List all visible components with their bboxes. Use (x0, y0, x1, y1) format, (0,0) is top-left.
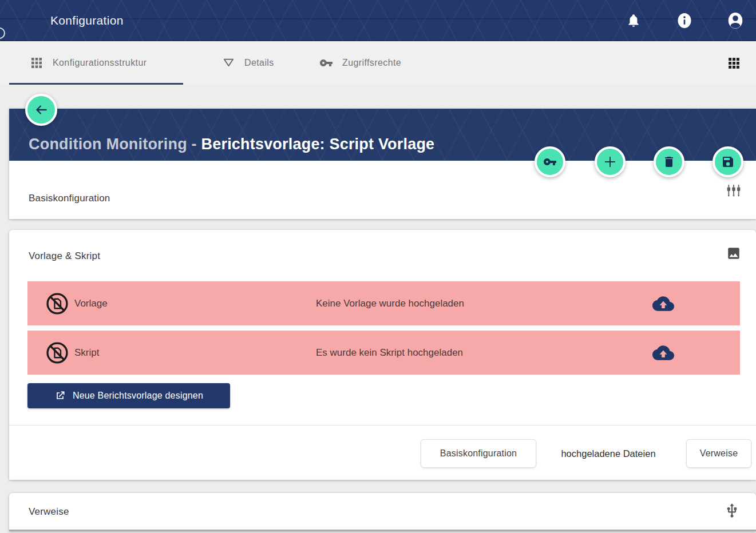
banner-title-prefix: Condition Monitoring - (29, 136, 201, 153)
banner-title: Condition Monitoring - Berichtsvorlage: … (29, 136, 434, 153)
open-in-new-icon (54, 390, 66, 401)
screen: Konfiguration (0, 0, 756, 533)
tab-zugriffsrechte[interactable]: Zugriffsrechte (319, 41, 401, 85)
card-basiskonfiguration: Condition Monitoring - Berichtsvorlage: … (9, 109, 756, 219)
banner: Condition Monitoring - Berichtsvorlage: … (9, 109, 756, 161)
tab-label: Zugriffsrechte (342, 58, 401, 68)
trash-icon (662, 155, 676, 169)
alert-label: Vorlage (74, 298, 108, 309)
add-button[interactable] (595, 146, 626, 177)
alert-message: Es wurde kein Skript hochgeladen (316, 347, 463, 359)
nav-verweise-button[interactable]: Verweise (686, 439, 751, 468)
plus-icon (603, 154, 618, 169)
account-icon (726, 11, 745, 30)
alert-label: Skript (74, 347, 99, 359)
card-verweise: Verweise (9, 493, 756, 531)
bell-icon (626, 13, 641, 28)
cloud-upload-icon (652, 342, 674, 364)
design-new-template-label: Neue Berichtsvorlage designen (73, 391, 203, 401)
arrow-left-icon (34, 102, 49, 117)
active-tab-indicator (9, 83, 183, 85)
upload-skript-button[interactable] (652, 342, 674, 364)
tab-konfigurationsstruktur[interactable]: Konfigurationsstruktur (30, 41, 147, 85)
alert-message: Keine Vorlage wurde hochgeladen (316, 298, 464, 309)
filter-funnel-icon (222, 57, 235, 70)
apps-grid-button[interactable] (722, 51, 745, 74)
image-icon[interactable] (726, 246, 741, 261)
permissions-button[interactable] (535, 146, 565, 177)
tab-label: Details (244, 58, 274, 68)
sliders-icon[interactable] (726, 184, 741, 199)
key-icon (319, 56, 333, 70)
upload-vorlage-button[interactable] (652, 293, 674, 315)
alert-row-vorlage: Vorlage Keine Vorlage wurde hochgeladen (27, 281, 740, 325)
app-bar: Konfiguration (0, 0, 756, 41)
info-button[interactable] (673, 9, 696, 32)
notifications-button[interactable] (622, 9, 645, 32)
no-file-icon (45, 340, 70, 365)
nav-basiskonfiguration-button[interactable]: Basiskonfiguration (421, 439, 536, 468)
tab-bar: Konfigurationsstruktur Details Zugriffsr… (0, 41, 756, 85)
section-title-vorlage-skript: Vorlage & Skript (29, 250, 100, 262)
tab-label: Konfigurationsstruktur (53, 58, 147, 68)
card-vorlage-skript: Vorlage & Skript Vorlage Keine Vorlage w… (9, 230, 756, 480)
section-title-basiskonfiguration: Basiskonfiguration (29, 193, 110, 204)
account-button[interactable] (724, 9, 747, 32)
design-new-template-button[interactable]: Neue Berichtsvorlage designen (27, 383, 230, 408)
page-title: Konfiguration (50, 0, 124, 41)
cloud-upload-icon (652, 293, 674, 315)
alert-row-skript: Skript Es wurde kein Skript hochgeladen (27, 331, 740, 375)
usb-icon[interactable] (724, 503, 740, 519)
nav-current-label: hochgeladene Dateien (545, 439, 671, 468)
banner-title-main: Berichtsvorlage: Script Vorlage (201, 136, 435, 153)
save-icon (721, 155, 735, 169)
tab-details[interactable]: Details (222, 41, 274, 85)
back-button[interactable] (25, 94, 57, 126)
footer-divider (9, 425, 756, 425)
app-bar-actions (622, 9, 747, 32)
grid-icon (30, 56, 43, 70)
key-icon (543, 155, 557, 169)
save-button[interactable] (713, 146, 743, 177)
delete-button[interactable] (654, 146, 684, 177)
no-file-icon (45, 291, 70, 316)
section-title-verweise: Verweise (29, 506, 69, 518)
apps-grid-icon (727, 56, 741, 70)
info-icon (676, 12, 693, 29)
logo-partial-icon (0, 27, 5, 39)
